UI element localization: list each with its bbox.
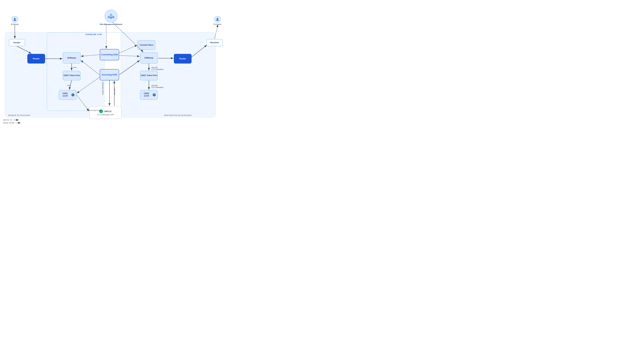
circle-cctp-box: C CIRCLE CCTP Attestation API xyxy=(89,106,122,119)
offramp-box: OffRamp xyxy=(140,52,158,63)
destination-blockchain-container xyxy=(121,32,216,117)
onramp-box: OnRamp xyxy=(63,52,80,63)
legend-write-to: WRITE TO xyxy=(3,119,22,121)
end-user-left: End-user xyxy=(11,16,19,25)
svg-point-1 xyxy=(108,16,110,18)
source-blockchain-label: SOURCE BLOCKCHAIN xyxy=(8,114,30,116)
executing-don-box: Executing DON xyxy=(100,69,119,80)
end-user-left-label: End-user xyxy=(11,23,19,25)
router-left-box: Router xyxy=(27,54,45,63)
end-user-left-icon xyxy=(12,16,18,22)
svg-text:C: C xyxy=(100,111,102,112)
commit-store-box: Commit Store xyxy=(138,40,155,50)
committing-don-box: Committing DON xyxy=(100,49,119,60)
svg-point-2 xyxy=(113,16,114,18)
circle-logo: C CIRCLE xyxy=(99,109,112,113)
router-right-box: Router xyxy=(174,54,192,63)
ccip-label: CHAINLINK CCIP xyxy=(85,33,102,35)
rmn-icon xyxy=(104,10,118,22)
receiver-box: Receiver xyxy=(206,39,222,46)
cctp-api-label: CCTP Attestation API xyxy=(97,114,114,116)
usdc-cctp-left-box: USDC CCTP $ xyxy=(59,90,76,100)
end-user-right-label: End-user xyxy=(214,23,222,25)
legend-read-from: READ FROM xyxy=(3,122,22,124)
svg-point-13 xyxy=(14,18,16,19)
sender-box: Sender xyxy=(9,39,25,46)
end-user-right-icon xyxy=(214,16,221,22)
usdc-token-pool-right-box: USDC Token Pool xyxy=(140,71,158,80)
destination-blockchain-label: DESTINATION BLOCKCHAIN xyxy=(164,114,192,116)
diagram-container: SOURCE BLOCKCHAIN CHAINLINK CCIP DESTINA… xyxy=(0,0,225,127)
end-user-right: End-user xyxy=(214,16,222,25)
rmn-container: Risk Management Network xyxy=(100,10,122,25)
usdc-token-pool-left-box: USDC Token Pool xyxy=(63,71,80,80)
usdc-cctp-right-box: USDC CCTP $ xyxy=(140,90,158,100)
svg-rect-9 xyxy=(110,14,112,16)
legend: WRITE TO READ FROM xyxy=(3,119,22,124)
svg-point-14 xyxy=(217,18,218,19)
rmn-label: Risk Management Network xyxy=(100,23,122,25)
